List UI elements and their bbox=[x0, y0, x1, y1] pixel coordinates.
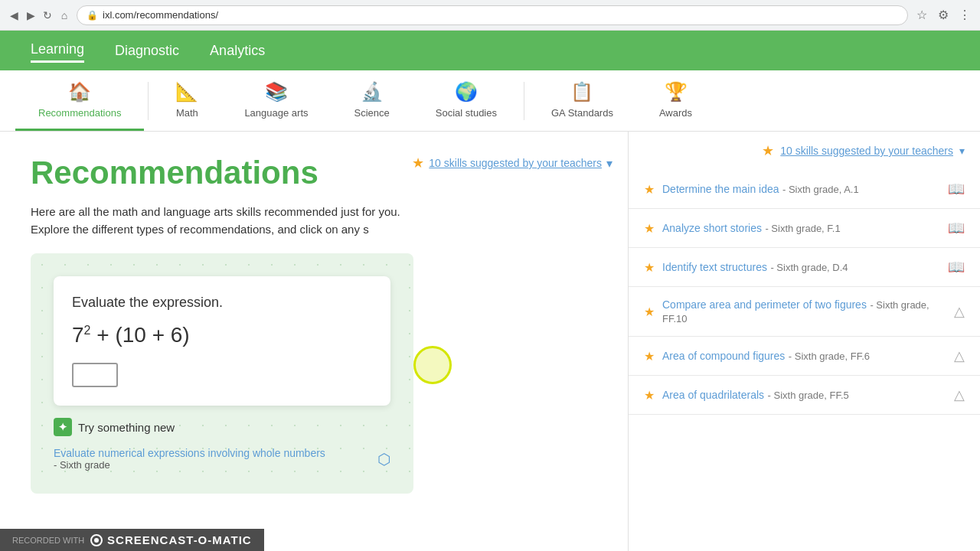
awards-icon: 🏆 bbox=[665, 81, 688, 103]
teachers-header-link[interactable]: 10 skills suggested by your teachers bbox=[780, 145, 953, 157]
skill-link[interactable]: Evaluate numerical expressions involving… bbox=[54, 447, 325, 459]
tab-ga-standards[interactable]: 📋 GA Standards bbox=[528, 70, 636, 131]
nav-learning[interactable]: Learning bbox=[31, 38, 84, 63]
browser-controls: ◀ ▶ ↻ ⌂ bbox=[8, 9, 70, 21]
teachers-link[interactable]: 10 skills suggested by your teachers bbox=[429, 157, 602, 169]
skill-item[interactable]: ★ Area of compound figures - Sixth grade… bbox=[629, 337, 980, 376]
teachers-chevron-icon: ▾ bbox=[606, 156, 612, 171]
tab-science-label: Science bbox=[354, 107, 390, 119]
skill-star-icon: ★ bbox=[644, 305, 655, 319]
skill-link-shape-icon: ⬡ bbox=[377, 450, 390, 468]
skill-text: Determine the main idea - Sixth grade, A… bbox=[662, 182, 940, 196]
try-something-new[interactable]: ✦ Try something new bbox=[54, 418, 390, 436]
skill-name: Identify text structures bbox=[662, 261, 767, 273]
recorded-with-text: RECORDED WITH bbox=[12, 536, 84, 545]
url-text: ixl.com/recommendations/ bbox=[103, 9, 218, 21]
skill-item[interactable]: ★ Analyze short stories - Sixth grade, F… bbox=[629, 209, 980, 248]
recommendations-icon: 🏠 bbox=[68, 81, 91, 103]
nav-divider-1 bbox=[148, 82, 149, 120]
skill-type-icon: △ bbox=[954, 347, 965, 364]
forward-button[interactable]: ▶ bbox=[24, 9, 37, 21]
screencast-watermark: RECORDED WITH SCREENCAST-O-MATIC bbox=[0, 529, 264, 551]
tab-recommendations-label: Recommendations bbox=[38, 107, 121, 119]
skill-link-group: Evaluate numerical expressions involving… bbox=[54, 447, 325, 471]
science-icon: 🔬 bbox=[361, 81, 384, 103]
skill-grade: - Sixth grade bbox=[54, 459, 325, 471]
screencast-brand: SCREENCAST-O-MATIC bbox=[107, 533, 252, 546]
tab-social-studies-label: Social studies bbox=[436, 107, 497, 119]
back-button[interactable]: ◀ bbox=[8, 9, 20, 21]
skill-text: Compare area and perimeter of two figure… bbox=[662, 298, 946, 325]
skill-star-icon: ★ bbox=[644, 388, 655, 403]
answer-input[interactable] bbox=[72, 363, 118, 387]
teachers-header: ★ 10 skills suggested by your teachers ▾ bbox=[629, 132, 980, 170]
skill-item[interactable]: ★ Identify text structures - Sixth grade… bbox=[629, 248, 980, 287]
nav-diagnostic[interactable]: Diagnostic bbox=[115, 40, 179, 62]
bookmark-icon[interactable]: ☆ bbox=[914, 8, 929, 23]
skill-type-icon: △ bbox=[954, 386, 965, 403]
skill-star-icon: ★ bbox=[644, 349, 655, 364]
tab-awards-label: Awards bbox=[659, 107, 692, 119]
teachers-header-star: ★ bbox=[762, 142, 774, 159]
skill-name: Area of compound figures bbox=[662, 350, 785, 362]
try-label: Try something new bbox=[78, 421, 175, 434]
menu-icon[interactable]: ⋮ bbox=[957, 8, 972, 23]
skill-name: Analyze short stories bbox=[662, 222, 762, 234]
teachers-suggestion[interactable]: ★ 10 skills suggested by your teachers ▾ bbox=[412, 155, 612, 171]
skills-dropdown[interactable]: ★ 10 skills suggested by your teachers ▾… bbox=[628, 132, 980, 551]
skill-star-icon: ★ bbox=[644, 182, 655, 197]
lock-icon: 🔒 bbox=[87, 10, 98, 21]
problem-label: Evaluate the expression. bbox=[72, 295, 372, 311]
skills-list: ★ Determine the main idea - Sixth grade,… bbox=[629, 170, 980, 415]
language-arts-icon: 📚 bbox=[265, 81, 288, 103]
left-panel: Recommendations Here are all the math an… bbox=[0, 132, 628, 551]
expression: 72 + (10 + 6) bbox=[72, 323, 372, 347]
tab-language-arts[interactable]: 📚 Language arts bbox=[221, 70, 331, 131]
skill-name: Area of quadrilaterals bbox=[662, 389, 764, 401]
skill-type-icon: 📖 bbox=[948, 181, 965, 197]
tab-math[interactable]: 📐 Math bbox=[152, 70, 221, 131]
nav-divider-2 bbox=[524, 82, 524, 120]
tab-science[interactable]: 🔬 Science bbox=[332, 70, 413, 131]
extensions-icon[interactable]: ⚙ bbox=[936, 8, 951, 23]
skill-type-icon: 📖 bbox=[948, 259, 965, 276]
skill-name: Determine the main idea bbox=[662, 183, 779, 195]
skill-type-icon: 📖 bbox=[948, 220, 965, 236]
social-studies-icon: 🌍 bbox=[455, 81, 478, 103]
try-icon: ✦ bbox=[54, 418, 72, 436]
skill-item[interactable]: ★ Determine the main idea - Sixth grade,… bbox=[629, 170, 980, 209]
tab-awards[interactable]: 🏆 Awards bbox=[636, 70, 715, 131]
skill-grade: - Sixth grade, F.1 bbox=[765, 223, 840, 234]
screencast-circle-icon bbox=[90, 534, 103, 546]
address-bar[interactable]: 🔒 ixl.com/recommendations/ bbox=[77, 5, 908, 25]
home-button[interactable]: ⌂ bbox=[58, 9, 70, 21]
tab-recommendations[interactable]: 🏠 Recommendations bbox=[15, 70, 144, 131]
browser-chrome: ◀ ▶ ↻ ⌂ 🔒 ixl.com/recommendations/ ☆ ⚙ ⋮ bbox=[0, 0, 980, 31]
skill-link-area: Evaluate numerical expressions involving… bbox=[54, 447, 390, 471]
tab-social-studies[interactable]: 🌍 Social studies bbox=[413, 70, 520, 131]
sub-nav: 🏠 Recommendations 📐 Math 📚 Language arts… bbox=[0, 70, 980, 132]
screencast-dot-icon bbox=[94, 538, 99, 543]
tab-ga-standards-label: GA Standards bbox=[551, 107, 613, 119]
main-content: Recommendations Here are all the math an… bbox=[0, 132, 980, 551]
skill-type-icon: △ bbox=[954, 303, 965, 320]
practice-card-area: Evaluate the expression. 72 + (10 + 6) ✦… bbox=[31, 253, 413, 494]
refresh-button[interactable]: ↻ bbox=[41, 9, 54, 21]
skill-star-icon: ★ bbox=[644, 221, 655, 236]
skill-text: Area of compound figures - Sixth grade, … bbox=[662, 349, 946, 363]
skill-grade: - Sixth grade, D.4 bbox=[770, 262, 848, 273]
tab-language-arts-label: Language arts bbox=[244, 107, 308, 119]
nav-analytics[interactable]: Analytics bbox=[210, 40, 265, 62]
skill-text: Identify text structures - Sixth grade, … bbox=[662, 260, 940, 274]
page-description: Here are all the math and language arts … bbox=[31, 204, 429, 238]
skill-star-icon: ★ bbox=[644, 260, 655, 275]
screencast-logo: SCREENCAST-O-MATIC bbox=[90, 533, 252, 546]
skill-grade: - Sixth grade, FF.6 bbox=[789, 350, 870, 362]
skill-item[interactable]: ★ Compare area and perimeter of two figu… bbox=[629, 287, 980, 337]
teachers-star-icon: ★ bbox=[412, 155, 424, 171]
skill-name: Compare area and perimeter of two figure… bbox=[662, 298, 867, 311]
practice-card: Evaluate the expression. 72 + (10 + 6) bbox=[54, 276, 390, 406]
skill-item[interactable]: ★ Area of quadrilaterals - Sixth grade, … bbox=[629, 376, 980, 415]
ga-standards-icon: 📋 bbox=[570, 81, 593, 103]
skill-text: Area of quadrilaterals - Sixth grade, FF… bbox=[662, 388, 946, 402]
